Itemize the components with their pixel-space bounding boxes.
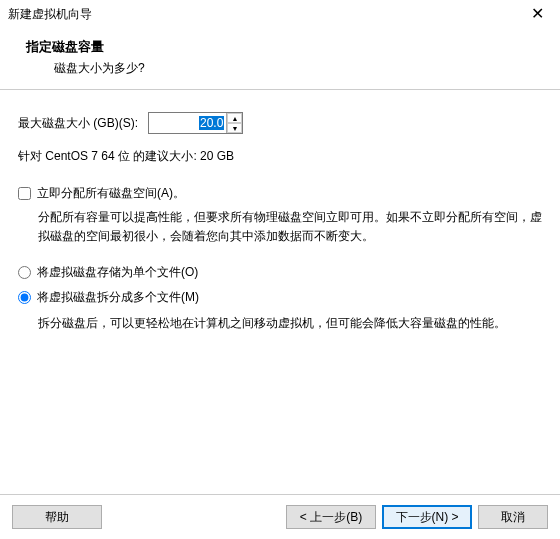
close-icon[interactable]: ✕ [523,0,552,28]
back-button[interactable]: < 上一步(B) [286,505,376,529]
allocate-now-row: 立即分配所有磁盘空间(A)。 [18,185,542,202]
allocate-description: 分配所有容量可以提高性能，但要求所有物理磁盘空间立即可用。如果不立即分配所有空间… [18,208,542,246]
spinner-down-icon[interactable]: ▼ [227,123,242,133]
spinner-up-icon[interactable]: ▲ [227,113,242,123]
help-button[interactable]: 帮助 [12,505,102,529]
store-single-row: 将虚拟磁盘存储为单个文件(O) [18,264,542,281]
store-single-label: 将虚拟磁盘存储为单个文件(O) [37,264,198,281]
store-split-description: 拆分磁盘后，可以更轻松地在计算机之间移动虚拟机，但可能会降低大容量磁盘的性能。 [18,314,542,333]
store-single-radio[interactable] [18,266,31,279]
disk-size-value: 20.0 [199,116,224,130]
window-title: 新建虚拟机向导 [8,6,92,23]
recommended-size-text: 针对 CentOS 7 64 位 的建议大小: 20 GB [18,148,542,165]
page-title: 指定磁盘容量 [26,38,552,56]
allocate-now-checkbox[interactable] [18,187,31,200]
content-area: 最大磁盘大小 (GB)(S): 20.0 ▲ ▼ 针对 CentOS 7 64 … [0,90,560,362]
allocate-now-label: 立即分配所有磁盘空间(A)。 [37,185,185,202]
titlebar: 新建虚拟机向导 ✕ [0,0,560,28]
footer: 帮助 < 上一步(B) 下一步(N) > 取消 [0,494,560,539]
wizard-header: 指定磁盘容量 磁盘大小为多少? [0,28,560,89]
disk-size-row: 最大磁盘大小 (GB)(S): 20.0 ▲ ▼ [18,112,542,134]
disk-size-spinner[interactable]: 20.0 ▲ ▼ [148,112,243,134]
footer-right: < 上一步(B) 下一步(N) > 取消 [286,505,548,529]
next-button[interactable]: 下一步(N) > [382,505,472,529]
store-split-label: 将虚拟磁盘拆分成多个文件(M) [37,289,199,306]
cancel-button[interactable]: 取消 [478,505,548,529]
spinner-buttons: ▲ ▼ [226,113,242,133]
disk-size-input[interactable]: 20.0 [149,113,226,133]
store-split-radio[interactable] [18,291,31,304]
disk-size-label: 最大磁盘大小 (GB)(S): [18,115,138,132]
page-subtitle: 磁盘大小为多少? [26,60,552,77]
store-split-row: 将虚拟磁盘拆分成多个文件(M) [18,289,542,306]
